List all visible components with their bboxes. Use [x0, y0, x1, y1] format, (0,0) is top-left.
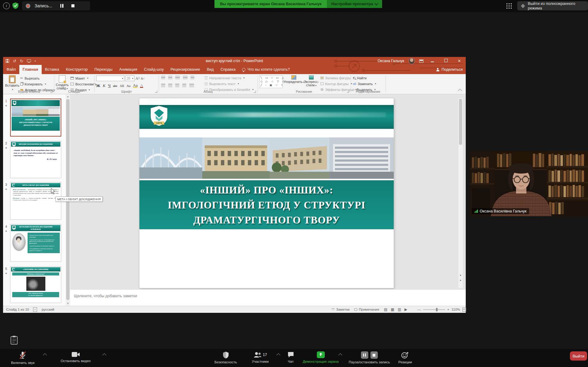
new-slide-button[interactable]: Создатьслайд▾: [55, 75, 69, 90]
tab-home[interactable]: Главная: [19, 65, 42, 74]
view-settings-dropdown[interactable]: Настройки просмотра: [327, 0, 382, 8]
comments-toggle[interactable]: Примечания: [354, 306, 379, 313]
text-direction-button[interactable]: Направление текста▾: [205, 75, 253, 81]
ppt-share-button[interactable]: Поделиться: [436, 65, 463, 74]
clipboard-dialog-launcher[interactable]: [50, 91, 52, 93]
align-text-button[interactable]: Выровнять текст▾: [205, 81, 253, 87]
exit-fullscreen-button[interactable]: Выйти из полноэкранного режима: [517, 1, 588, 10]
justify-icon[interactable]: [182, 84, 186, 87]
scroll-down-icon[interactable]: ▼: [66, 301, 70, 306]
arrange-button[interactable]: Упорядочить▾: [285, 75, 303, 84]
paragraph-dialog-launcher[interactable]: [254, 91, 256, 93]
bullets-icon[interactable]: [161, 76, 165, 79]
audio-options-chevron[interactable]: [43, 353, 47, 357]
slideshow-view-icon[interactable]: ▶: [404, 307, 407, 312]
tab-file[interactable]: Файл: [3, 65, 19, 74]
underline-button[interactable]: Ч: [108, 83, 111, 88]
replace-button[interactable]: абЗаменить▾: [353, 81, 376, 87]
numbering-icon[interactable]: [168, 76, 172, 79]
meeting-info-icon[interactable]: i: [3, 2, 10, 9]
bold-button[interactable]: Ж: [96, 83, 100, 88]
increase-indent-icon[interactable]: [183, 76, 188, 79]
copy-button[interactable]: Копировать▾: [20, 81, 55, 87]
participants-chevron[interactable]: [276, 353, 280, 357]
stop-record-icon[interactable]: [370, 351, 378, 359]
columns-icon[interactable]: [189, 84, 194, 87]
notes-toggle[interactable]: Заметки: [332, 306, 350, 313]
shrink-font-icon[interactable]: А˅: [141, 77, 145, 80]
thumbnail-slide-1[interactable]: «ІНШИЙ» ПРО «ІНШИХ»: ІМГОЛОГІЧНИЙ ЕТЮД У…: [10, 99, 61, 137]
shapes-gallery[interactable]: ╲ ▭ ○ ▭ △ ◇ ▷ ☆ ▽ ○ ╱ ◦ ▣ ☆ +: [259, 75, 283, 88]
slide-scrollbar[interactable]: ▲ ▼: [458, 98, 463, 288]
font-dialog-launcher[interactable]: [155, 91, 157, 93]
gallery-view-icon[interactable]: [506, 3, 512, 9]
zoom-out-icon[interactable]: —: [417, 308, 421, 311]
spellcheck-icon[interactable]: ✓: [33, 306, 37, 313]
tab-slideshow[interactable]: Слайд-шоу: [141, 65, 167, 74]
video-options-chevron[interactable]: [102, 353, 106, 357]
zoom-percentage[interactable]: 110%: [451, 308, 460, 311]
quick-styles-button[interactable]: Экспресс-стили▾: [303, 75, 319, 87]
tab-insert[interactable]: Вставка: [42, 65, 63, 74]
leave-button[interactable]: Выйти: [570, 351, 587, 361]
font-name-combo[interactable]: ▾: [96, 76, 124, 81]
paste-button[interactable]: Вставить ▾: [6, 75, 19, 91]
find-button[interactable]: Найти: [353, 75, 376, 81]
tab-design[interactable]: Конструктор: [63, 65, 91, 74]
tab-animations[interactable]: Анимация: [116, 65, 141, 74]
italic-button[interactable]: К: [103, 83, 105, 88]
layout-button[interactable]: Макет▾: [70, 75, 97, 81]
share-options-chevron[interactable]: [338, 353, 342, 357]
align-right-icon[interactable]: [175, 84, 179, 87]
thumbnail-slide-5[interactable]: «СВАТАННЯ» НА ГОНЧАРІВЦІ Небажана спадко…: [10, 266, 61, 303]
previous-slide-icon[interactable]: ▲: [458, 273, 463, 278]
security-shield-icon[interactable]: [12, 2, 19, 9]
drawing-dialog-launcher[interactable]: [347, 91, 349, 93]
strikethrough-button[interactable]: abc: [113, 84, 117, 88]
tab-view[interactable]: Вид: [203, 65, 217, 74]
participants-button[interactable]: 17 Участники: [252, 351, 269, 363]
change-case-button[interactable]: Аа: [127, 84, 131, 88]
share-screen-button[interactable]: Демонстрация экрана: [303, 351, 339, 363]
zoom-slider-knob[interactable]: [436, 308, 438, 311]
participant-video-tile[interactable]: Оксана Василівна Гальчук: [470, 151, 588, 216]
grow-font-icon[interactable]: А^: [135, 76, 140, 81]
collapse-ribbon-icon[interactable]: [458, 89, 462, 93]
clipboard-tray-icon[interactable]: [10, 335, 18, 345]
pause-recording-button[interactable]: [60, 4, 63, 8]
security-button[interactable]: Безопасность: [214, 351, 237, 364]
char-spacing-button[interactable]: АВ: [120, 84, 124, 88]
pause-record-icon[interactable]: [361, 351, 368, 359]
normal-view-icon[interactable]: ▤: [384, 307, 387, 312]
tab-review[interactable]: Рецензирование: [167, 65, 203, 74]
zoom-in-icon[interactable]: +: [447, 308, 450, 311]
stop-video-button[interactable]: Остановить видео: [61, 351, 91, 363]
scroll-up-icon[interactable]: ▲: [66, 94, 70, 99]
unmute-button[interactable]: Включить звук: [11, 351, 35, 365]
decrease-indent-icon[interactable]: [175, 76, 180, 79]
align-center-icon[interactable]: [168, 84, 172, 87]
tell-me-search[interactable]: Что вы хотите сделать?: [239, 65, 293, 74]
align-left-icon[interactable]: [161, 84, 165, 87]
next-slide-icon[interactable]: ▼: [458, 278, 463, 283]
cut-button[interactable]: ✂Вырезать: [20, 75, 55, 81]
thumbnail-slide-2[interactable]: ВИХІДНЕ ПОЛОЖЕННЯ ДОСЛІДЖЕННЯ «Інший» не…: [10, 141, 61, 178]
language-indicator[interactable]: русский: [42, 306, 54, 313]
zoom-slider[interactable]: [423, 309, 445, 310]
fit-slide-icon[interactable]: [462, 308, 466, 312]
reset-button[interactable]: Восстановить: [70, 81, 97, 87]
tab-transitions[interactable]: Переходы: [91, 65, 116, 74]
share-screen-icon: [317, 351, 325, 358]
tab-help[interactable]: Справка: [217, 65, 239, 74]
slide-sorter-icon[interactable]: ▦: [391, 307, 394, 312]
chat-button[interactable]: Чат: [287, 351, 294, 363]
stop-recording-button[interactable]: [71, 4, 74, 7]
line-spacing-icon[interactable]: [191, 76, 194, 79]
font-size-combo[interactable]: 28▾: [125, 76, 135, 81]
scrollbar-thumb[interactable]: [459, 99, 462, 145]
thumbnail-slide-4[interactable]: АКТУАЛЬНІСТЬ ОБ'ЄКТА ДОСЛІДЖЕННЯ ЗУМОВЛЕ…: [10, 224, 61, 262]
highlight-button[interactable]: Аа: [133, 84, 138, 88]
reactions-button[interactable]: Реакции: [398, 351, 412, 364]
reading-view-icon[interactable]: ▥: [398, 307, 401, 312]
font-color-button[interactable]: А: [140, 84, 143, 88]
